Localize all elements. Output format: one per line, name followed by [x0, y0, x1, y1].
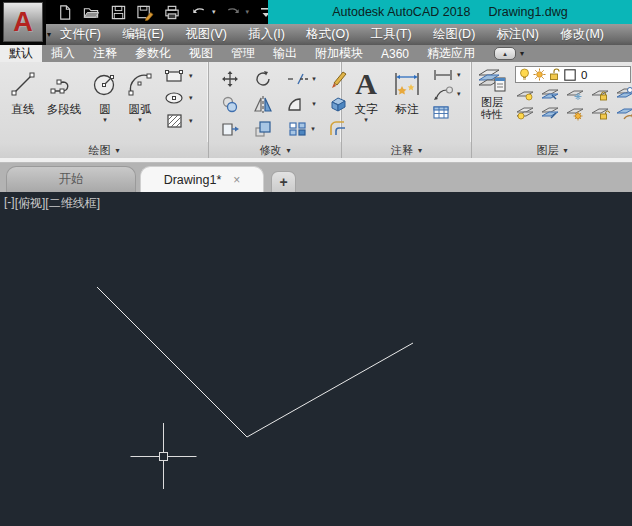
arc-dropdown-icon[interactable]: ▾	[138, 116, 142, 123]
copy-button[interactable]	[220, 94, 240, 114]
menu-format[interactable]: 格式(O)	[306, 26, 349, 43]
trim-button[interactable]: ▾	[286, 72, 316, 86]
ribbon-tab-parametric[interactable]: 参数化	[126, 45, 180, 62]
ellipse-dropdown-icon[interactable]: ▾	[189, 94, 193, 102]
menu-dimension[interactable]: 标注(N)	[497, 26, 539, 43]
ribbon-tab-home[interactable]: 默认	[0, 45, 42, 62]
rotate-button[interactable]	[253, 69, 273, 89]
polyline-icon	[48, 66, 80, 102]
menu-draw[interactable]: 绘图(D)	[433, 26, 475, 43]
layers-panel-footer[interactable]: 图层 ▾	[472, 142, 632, 158]
rectangle-dropdown-icon[interactable]: ▾	[189, 72, 193, 80]
text-dropdown-icon[interactable]: ▾	[364, 116, 368, 123]
menu-edit[interactable]: 编辑(E)	[122, 26, 164, 43]
file-tab-start[interactable]: 开始	[6, 166, 136, 192]
polyline-button[interactable]: 多段线	[40, 66, 88, 142]
circle-button[interactable]: 圆 ▾	[88, 66, 122, 142]
ribbon-tab-manage[interactable]: 管理	[222, 45, 264, 62]
array-icon	[287, 120, 309, 138]
fillet-dropdown-icon[interactable]: ▾	[312, 100, 316, 108]
layer-match-button[interactable]	[615, 105, 632, 121]
layer-make-current-button[interactable]	[615, 86, 632, 102]
draw-panel-footer[interactable]: 绘图 ▾	[0, 142, 208, 158]
save-as-icon[interactable]	[135, 2, 155, 22]
ellipse-button[interactable]: ▾	[164, 90, 193, 106]
application-menu-button[interactable]: A ▾	[3, 2, 43, 42]
scale-button[interactable]	[253, 119, 273, 139]
ribbon-tab-a360[interactable]: A360	[372, 45, 418, 62]
view-control[interactable]: [俯视]	[15, 195, 46, 212]
move-button[interactable]	[220, 69, 240, 89]
layer-on-bulb-icon	[519, 68, 530, 81]
leader-button[interactable]: ▾	[432, 86, 461, 101]
mirror-button[interactable]	[253, 94, 273, 114]
drawing-viewport[interactable]: [-] [俯视] [二维线框]	[0, 192, 632, 526]
dimension-icon	[392, 66, 422, 102]
layer-on-all-button[interactable]	[515, 105, 535, 121]
leader-dropdown-icon[interactable]: ▾	[457, 90, 461, 98]
layer-isolate-button[interactable]	[540, 86, 560, 102]
undo-dropdown-icon[interactable]: ▾	[212, 8, 216, 16]
viewport-menu-control[interactable]: [-]	[4, 195, 15, 212]
file-tab-drawing1[interactable]: Drawing1* ×	[140, 166, 264, 192]
linear-dimension-button[interactable]: ▾	[432, 68, 461, 82]
viewport-controls: [-] [俯视] [二维线框]	[4, 195, 100, 212]
save-icon[interactable]	[108, 2, 128, 22]
ribbon-tab-output[interactable]: 输出	[264, 45, 306, 62]
modify-panel-footer[interactable]: 修改 ▾	[209, 142, 341, 158]
table-button[interactable]	[432, 105, 461, 120]
ribbon-minimize-dropdown-icon[interactable]: ▾	[520, 49, 524, 58]
array-button[interactable]: ▾	[287, 120, 315, 138]
plot-icon[interactable]	[162, 2, 182, 22]
layer-properties-button[interactable]: 图层特性	[477, 65, 507, 142]
layer-thaw-all-button[interactable]	[565, 105, 585, 121]
dimension-button[interactable]: 标注	[388, 66, 426, 142]
menu-insert[interactable]: 插入(I)	[248, 26, 285, 43]
hatch-button[interactable]: ▾	[164, 112, 193, 130]
line-button[interactable]: 直线	[6, 66, 40, 142]
menu-view[interactable]: 视图(V)	[185, 26, 227, 43]
arc-button[interactable]: 圆弧 ▾	[122, 66, 158, 142]
ribbon-minimize-button[interactable]: ▴	[494, 47, 516, 60]
array-dropdown-icon[interactable]: ▾	[311, 125, 315, 133]
layer-freeze-button[interactable]	[565, 86, 585, 102]
text-button[interactable]: A 文字 ▾	[348, 66, 384, 142]
linear-dimension-dropdown-icon[interactable]: ▾	[457, 71, 461, 79]
layer-lock-button[interactable]	[590, 86, 610, 102]
ribbon: 直线 多段线 圆 ▾	[0, 62, 632, 158]
menu-modify[interactable]: 修改(M)	[560, 26, 604, 43]
model-space-canvas[interactable]	[0, 192, 632, 526]
layer-unisolate-button[interactable]	[540, 105, 560, 121]
layer-unlock-all-button[interactable]	[590, 105, 610, 121]
stretch-button[interactable]	[220, 120, 240, 138]
open-icon[interactable]	[81, 2, 101, 22]
ribbon-tab-annotate[interactable]: 注释	[84, 45, 126, 62]
new-file-icon[interactable]	[54, 2, 74, 22]
layer-off-button[interactable]	[515, 86, 535, 102]
hatch-dropdown-icon[interactable]: ▾	[189, 117, 193, 125]
new-drawing-tab-button[interactable]: +	[271, 171, 296, 192]
drawn-line-2[interactable]	[247, 343, 413, 437]
drawn-line-1[interactable]	[97, 287, 247, 437]
redo-dropdown-icon[interactable]: ▾	[246, 8, 250, 16]
fillet-button[interactable]: ▾	[286, 96, 316, 112]
file-tab-close-icon[interactable]: ×	[233, 173, 240, 187]
ribbon-tab-featured-apps[interactable]: 精选应用	[418, 45, 484, 62]
ribbon-tab-addins[interactable]: 附加模块	[306, 45, 372, 62]
circle-dropdown-icon[interactable]: ▾	[103, 116, 107, 123]
rectangle-button[interactable]: ▾	[164, 68, 193, 84]
circle-icon	[90, 66, 120, 102]
layer-dropdown[interactable]: 0	[515, 66, 631, 83]
menu-tools[interactable]: 工具(T)	[371, 26, 412, 43]
trim-dropdown-icon[interactable]: ▾	[312, 75, 316, 83]
visual-style-control[interactable]: [二维线框]	[45, 195, 100, 212]
pickbox	[160, 453, 168, 461]
menu-bar: 文件(F) 编辑(E) 视图(V) 插入(I) 格式(O) 工具(T) 绘图(D…	[46, 24, 632, 45]
undo-icon[interactable]	[189, 2, 209, 22]
ribbon-tab-view[interactable]: 视图	[180, 45, 222, 62]
annotation-panel-footer[interactable]: 注释 ▾	[342, 142, 471, 158]
menu-file[interactable]: 文件(F)	[60, 26, 101, 43]
redo-icon[interactable]	[223, 2, 243, 22]
ribbon-tab-insert[interactable]: 插入	[42, 45, 84, 62]
layer-color-swatch	[564, 69, 576, 81]
